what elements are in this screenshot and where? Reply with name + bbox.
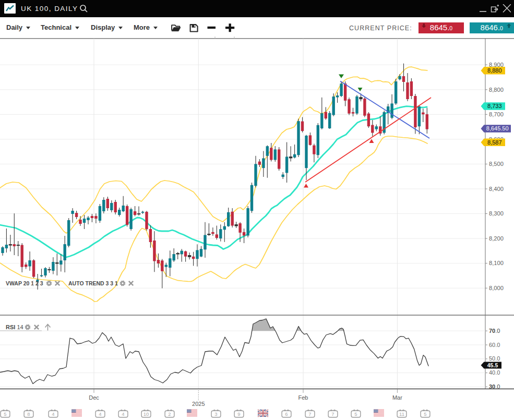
svg-text:7: 7 <box>331 411 334 417</box>
svg-text:8,880: 8,880 <box>487 67 502 74</box>
svg-text:5: 5 <box>354 411 357 417</box>
svg-text:Feb: Feb <box>298 394 308 401</box>
svg-text:VWAP 20 1 2 3: VWAP 20 1 2 3 <box>6 280 43 286</box>
svg-text:8,300: 8,300 <box>489 210 504 217</box>
svg-text:8,800: 8,800 <box>489 87 504 93</box>
svg-text:AUTO TREND 3 3 1: AUTO TREND 3 3 1 <box>68 280 118 286</box>
svg-text:8,500: 8,500 <box>489 161 504 167</box>
svg-text:2025: 2025 <box>192 401 205 407</box>
svg-text:4: 4 <box>99 411 101 417</box>
svg-text:4: 4 <box>52 411 54 417</box>
svg-text:40.0: 40.0 <box>489 369 500 376</box>
svg-text:6: 6 <box>285 411 288 417</box>
svg-text:3: 3 <box>214 411 217 417</box>
svg-text:60.0: 60.0 <box>489 342 500 348</box>
svg-text:2: 2 <box>168 411 171 417</box>
svg-text:RSI 14: RSI 14 <box>6 324 23 330</box>
svg-text:8,100: 8,100 <box>489 260 504 266</box>
svg-text:10: 10 <box>144 411 149 417</box>
svg-text:8,400: 8,400 <box>489 186 504 192</box>
svg-text:8,645.50: 8,645.50 <box>486 125 509 131</box>
svg-text:5: 5 <box>424 411 426 417</box>
svg-text:8: 8 <box>27 411 30 417</box>
svg-text:9: 9 <box>237 411 240 417</box>
svg-text:8,733: 8,733 <box>487 103 502 109</box>
svg-text:11: 11 <box>399 411 404 417</box>
svg-text:8,587: 8,587 <box>487 139 502 146</box>
svg-text:Dec: Dec <box>89 394 99 401</box>
svg-text:8,000: 8,000 <box>489 285 504 291</box>
svg-text:7: 7 <box>308 411 311 417</box>
svg-text:4: 4 <box>122 411 124 417</box>
svg-text:70.0: 70.0 <box>489 328 500 334</box>
svg-text:5: 5 <box>4 411 6 417</box>
svg-text:8,200: 8,200 <box>489 235 504 242</box>
svg-text:8,700: 8,700 <box>489 111 504 117</box>
svg-text:Mar: Mar <box>392 394 402 401</box>
svg-text:45.5: 45.5 <box>487 362 498 368</box>
svg-text:50.0: 50.0 <box>489 355 500 362</box>
